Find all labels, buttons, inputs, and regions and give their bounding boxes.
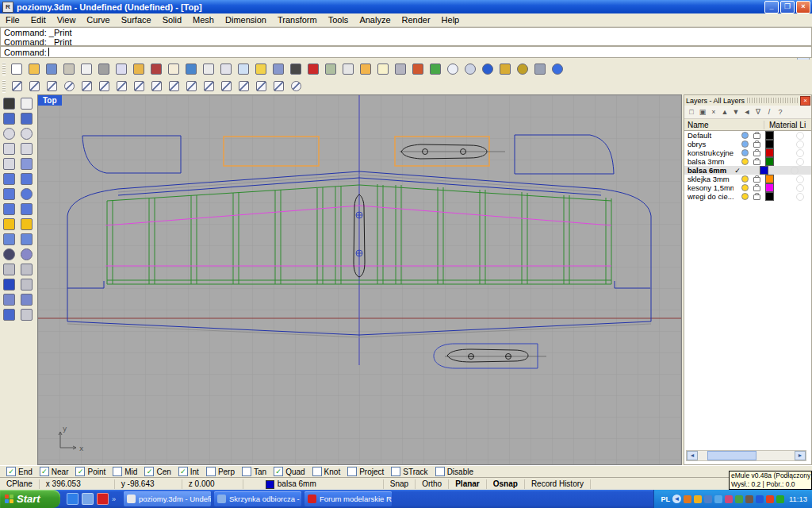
handle-curve-icon[interactable]	[131, 79, 147, 94]
material-circle[interactable]	[791, 167, 799, 175]
shade-icon[interactable]	[410, 61, 426, 77]
command-history[interactable]: Command: _Print Command: _Print ▲ ▼	[0, 27, 812, 46]
move-up-icon[interactable]: ▲	[721, 108, 729, 116]
lock-icon[interactable]	[753, 133, 760, 139]
emule-tray-icon[interactable]	[684, 495, 691, 503]
panel-grip[interactable]	[747, 98, 798, 103]
cplane-button[interactable]: CPlane	[0, 479, 40, 489]
hide-tray-icons-icon[interactable]: ◄	[672, 495, 681, 503]
viewport-layout-icon[interactable]	[288, 61, 304, 77]
circle-tool-icon[interactable]	[61, 79, 77, 94]
outlook-express-icon[interactable]	[82, 493, 94, 505]
line-icon[interactable]	[9, 79, 25, 94]
layer-row-current[interactable]: balsa 6mm ✓	[684, 166, 811, 175]
menu-file[interactable]: File	[0, 14, 25, 25]
fillet-edge-icon[interactable]	[2, 262, 17, 276]
color-swatch[interactable]	[765, 157, 774, 166]
osnap-mid[interactable]: Mid	[113, 467, 137, 476]
start-button[interactable]: Start	[0, 490, 60, 508]
point-icon[interactable]	[19, 96, 34, 110]
taskbar-button-opera[interactable]: Forum modelarskie R...	[304, 491, 392, 506]
blocks-icon[interactable]	[2, 292, 17, 306]
named-views-icon[interactable]	[305, 61, 321, 77]
layer-row[interactable]: wregi do cie...	[684, 192, 811, 201]
polyline-icon[interactable]	[26, 79, 42, 94]
line-segment-icon[interactable]	[201, 79, 216, 94]
undo-icon[interactable]	[148, 61, 164, 77]
osnap-point[interactable]: ✓Point	[75, 467, 105, 476]
eraser-icon[interactable]	[19, 307, 34, 321]
menu-curve[interactable]: Curve	[81, 14, 115, 25]
polygon-tool-icon[interactable]	[270, 79, 286, 94]
lock-objects-icon[interactable]	[393, 61, 408, 77]
curve-points-icon[interactable]	[148, 79, 164, 94]
taskbar-button-rhino[interactable]: poziomy.3dm - Undefi...	[124, 491, 211, 506]
curve-fillet-icon[interactable]	[19, 156, 34, 171]
menu-help[interactable]: Help	[436, 14, 465, 25]
lock-icon[interactable]	[753, 177, 760, 183]
osnap-strack[interactable]: STrack	[391, 467, 427, 476]
gadu-gadu-tray-icon[interactable]	[735, 495, 743, 503]
text-icon[interactable]	[2, 277, 17, 291]
osnap-quad[interactable]: ✓Quad	[274, 467, 304, 476]
plan-view-icon[interactable]	[323, 61, 339, 77]
open-icon[interactable]	[26, 61, 42, 77]
display-tray-icon[interactable]	[704, 495, 712, 503]
scroll-thumb[interactable]	[707, 451, 756, 460]
menu-surface[interactable]: Surface	[116, 14, 157, 25]
loft-icon[interactable]	[2, 202, 17, 216]
osnap-end[interactable]: ✓End	[6, 467, 33, 476]
menu-view[interactable]: View	[52, 14, 82, 25]
shaded-sphere-icon[interactable]	[445, 61, 461, 77]
osnap-tan[interactable]: Tan	[242, 467, 266, 476]
layer-row[interactable]: obrys	[684, 140, 811, 148]
scroll-left-icon[interactable]: ◄	[687, 451, 698, 460]
trim-icon[interactable]	[2, 232, 17, 246]
menu-analyze[interactable]: Analyze	[354, 14, 396, 25]
layer-help-icon[interactable]: ?	[776, 108, 784, 116]
render-preview-icon[interactable]	[497, 61, 513, 77]
control-curve-icon[interactable]	[113, 79, 129, 94]
layer-row[interactable]: Default	[684, 131, 811, 140]
surface-patch-icon[interactable]	[19, 202, 34, 216]
wifi-tray-icon[interactable]	[776, 495, 784, 503]
help-icon[interactable]	[550, 61, 565, 77]
filter-icon[interactable]: ∇	[754, 108, 762, 116]
cut-icon[interactable]	[96, 61, 112, 77]
osnap-toggle[interactable]: Osnap	[487, 479, 525, 489]
dimension-icon[interactable]	[532, 61, 548, 77]
language-indicator[interactable]: PL	[661, 495, 670, 503]
command-line[interactable]: Command: ▲▼ ◄ ►	[0, 46, 812, 58]
chamfer-icon[interactable]	[19, 262, 34, 276]
free-curve-icon[interactable]	[44, 79, 59, 94]
render-icon[interactable]	[480, 61, 496, 77]
layer-row[interactable]: balsa 3mm	[684, 157, 811, 166]
bulb-icon[interactable]	[741, 149, 749, 156]
material-circle[interactable]	[796, 132, 804, 140]
color-swatch[interactable]	[765, 131, 774, 140]
layer-tools-icon[interactable]: /	[765, 108, 773, 116]
lock-icon[interactable]	[753, 194, 760, 200]
osnap-project[interactable]: Project	[347, 467, 384, 476]
new-layer-icon[interactable]: □	[688, 108, 695, 116]
hide-icon[interactable]	[375, 61, 391, 77]
bulb-icon[interactable]	[741, 132, 749, 139]
planar-toggle[interactable]: Planar	[449, 479, 487, 489]
sphere-tool-icon[interactable]	[288, 79, 304, 94]
messenger-tray-icon[interactable]	[725, 495, 733, 503]
move-icon[interactable]	[358, 61, 373, 77]
bulb-icon[interactable]	[741, 175, 749, 183]
osnap-knot[interactable]: Knot	[312, 467, 341, 476]
point-grid-icon[interactable]	[166, 79, 182, 94]
search-tray-icon[interactable]	[745, 495, 753, 503]
select-icon[interactable]	[2, 96, 17, 110]
color-wheel-icon[interactable]	[427, 61, 443, 77]
osnap-perp[interactable]: Perp	[206, 467, 235, 476]
box-icon[interactable]	[2, 187, 17, 201]
bulb-icon[interactable]	[741, 184, 749, 191]
mark-points-icon[interactable]	[236, 79, 251, 94]
delete-layer-icon[interactable]: ×	[710, 108, 718, 116]
lock-icon[interactable]	[753, 142, 760, 148]
menu-tools[interactable]: Tools	[323, 14, 354, 25]
layer-row[interactable]: sklejka 3mm	[684, 175, 811, 183]
